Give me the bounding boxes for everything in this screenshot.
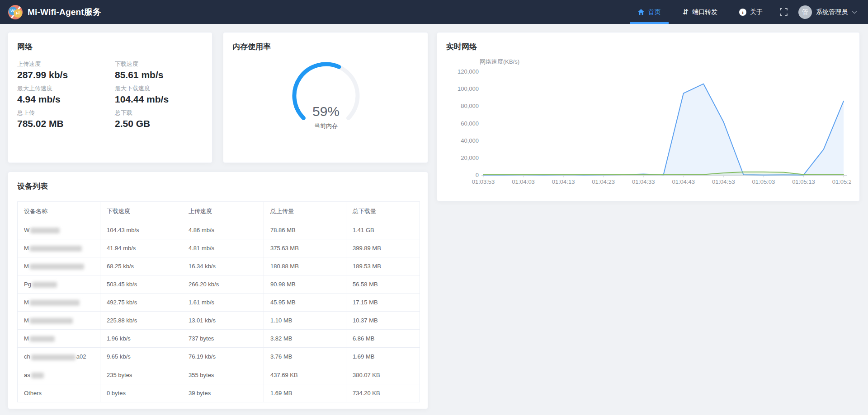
- download-speed-cell: 0 bytes: [100, 384, 182, 402]
- stat-total-upload: 总上传 785.02 MB: [17, 109, 115, 129]
- nav-item-port-forward[interactable]: ⇵ 端口转发: [675, 0, 725, 24]
- download-speed-cell: 9.65 kb/s: [100, 348, 182, 366]
- upload-speed-cell: 39 bytes: [182, 384, 264, 402]
- stat-max-upload-speed: 最大上传速度 4.94 mb/s: [17, 84, 115, 105]
- app-logo-icon: Wi Fi: [8, 5, 23, 19]
- memory-card: 内存使用率 59% 当前内存: [223, 32, 428, 163]
- user-menu[interactable]: 管 系统管理员: [794, 0, 857, 24]
- total-download-cell: 399.89 MB: [346, 239, 420, 257]
- total-upload-cell: 437.69 KB: [264, 366, 346, 384]
- y-tick-label: 80,000: [461, 103, 479, 109]
- nav-item-home[interactable]: 首页: [630, 0, 669, 24]
- redacted-name-blur: [32, 282, 57, 288]
- download-speed-cell: 104.43 mb/s: [100, 221, 182, 239]
- redacted-name-blur: [30, 300, 80, 306]
- device-table-header-row: 设备名称 下载速度 上传速度 总上传量 总下载量: [18, 202, 420, 221]
- navbar: Wi Fi Mi-Wifi-Agent服务 首页 ⇵ 端口转发 i 关于 管 系…: [0, 0, 868, 24]
- device-name-cell: M: [18, 294, 100, 312]
- device-name-cell: cha02: [18, 348, 100, 366]
- home-icon: [637, 9, 645, 16]
- table-row: M492.75 kb/s1.61 mb/s45.95 MB17.15 MB: [18, 294, 420, 312]
- total-download-cell: 380.07 KB: [346, 366, 420, 384]
- device-name-cell: M: [18, 239, 100, 257]
- total-upload-cell: 3.82 MB: [264, 330, 346, 348]
- x-tick-label: 01:03:53: [472, 178, 495, 185]
- realtime-card-title: 实时网络: [437, 33, 859, 52]
- redacted-name-blur: [31, 373, 44, 378]
- total-upload-cell: 90.98 MB: [264, 275, 346, 294]
- stat-total-download: 总下载 2.50 GB: [115, 109, 203, 129]
- nav-item-about[interactable]: i 关于: [731, 0, 770, 24]
- series-area-series-1-blue: [483, 84, 844, 175]
- fullscreen-icon: [780, 8, 788, 16]
- fullscreen-button[interactable]: [774, 0, 794, 24]
- upload-speed-cell: 16.34 kb/s: [182, 257, 264, 275]
- x-tick-label: 01:04:53: [712, 178, 735, 185]
- redacted-name-blur: [30, 318, 73, 324]
- user-name: 系统管理员: [816, 8, 848, 16]
- total-upload-cell: 1.10 MB: [264, 312, 346, 330]
- total-upload-cell: 375.63 MB: [264, 239, 346, 257]
- x-tick-label: 01:05:03: [752, 178, 775, 185]
- table-row: W104.43 mb/s4.86 mb/s78.86 MB1.41 GB: [18, 221, 420, 239]
- y-tick-label: 40,000: [461, 137, 479, 144]
- stat-max-download-speed: 最大下载速度 104.44 mb/s: [115, 84, 203, 105]
- upload-speed-cell: 76.19 kb/s: [182, 348, 264, 366]
- port-forward-icon: ⇵: [683, 9, 689, 16]
- x-tick-label: 01:05:23: [832, 178, 851, 185]
- download-speed-cell: 225.88 kb/s: [100, 312, 182, 330]
- upload-speed-cell: 355 bytes: [182, 366, 264, 384]
- table-row: Pg503.45 kb/s266.20 kb/s90.98 MB56.58 MB: [18, 275, 420, 294]
- total-download-cell: 17.15 MB: [346, 294, 420, 312]
- upload-speed-cell: 737 bytes: [182, 330, 264, 348]
- y-tick-label: 60,000: [461, 120, 479, 127]
- device-table: 设备名称 下载速度 上传速度 总上传量 总下载量 W104.43 mb/s4.8…: [17, 201, 420, 402]
- table-row: cha029.65 kb/s76.19 kb/s3.76 MB1.69 MB: [18, 348, 420, 366]
- table-row: M1.96 kb/s737 bytes3.82 MB6.86 MB: [18, 330, 420, 348]
- total-upload-cell: 45.95 MB: [264, 294, 346, 312]
- redacted-name-blur: [30, 264, 84, 270]
- redacted-name-blur: [30, 246, 82, 252]
- col-upload-speed: 上传速度: [182, 202, 264, 221]
- chevron-down-icon: [852, 10, 857, 14]
- device-name-cell: W: [18, 221, 100, 239]
- main-content: 网络 上传速度 287.99 kb/s 下载速度 85.61 mb/s 最大上传…: [0, 24, 868, 409]
- device-table-body: W104.43 mb/s4.86 mb/s78.86 MB1.41 GBM41.…: [18, 221, 420, 402]
- redacted-name-blur: [30, 336, 55, 342]
- col-download-speed: 下载速度: [100, 202, 182, 221]
- download-speed-cell: 1.96 kb/s: [100, 330, 182, 348]
- upload-speed-cell: 1.61 mb/s: [182, 294, 264, 312]
- col-total-download: 总下载量: [346, 202, 420, 221]
- y-tick-label: 0: [476, 172, 479, 178]
- total-download-cell: 1.41 GB: [346, 221, 420, 239]
- download-speed-cell: 41.94 mb/s: [100, 239, 182, 257]
- memory-caption: 当前内存: [285, 122, 367, 130]
- device-name-cell: M: [18, 312, 100, 330]
- total-download-cell: 189.53 MB: [346, 257, 420, 275]
- total-download-cell: 6.86 MB: [346, 330, 420, 348]
- stat-upload-speed: 上传速度 287.99 kb/s: [17, 60, 115, 80]
- network-card: 网络 上传速度 287.99 kb/s 下载速度 85.61 mb/s 最大上传…: [8, 32, 212, 163]
- download-speed-cell: 68.25 kb/s: [100, 257, 182, 275]
- total-download-cell: 1.69 MB: [346, 348, 420, 366]
- device-name-cell: M: [18, 257, 100, 275]
- device-list-title: 设备列表: [8, 172, 428, 191]
- table-row: Others0 bytes39 bytes1.69 MB734.20 KB: [18, 384, 420, 402]
- redacted-name-blur: [30, 228, 60, 233]
- brand: Wi Fi Mi-Wifi-Agent服务: [8, 0, 101, 24]
- x-tick-label: 01:04:33: [632, 178, 655, 185]
- nav-item-label: 首页: [648, 8, 661, 16]
- upload-speed-cell: 13.01 kb/s: [182, 312, 264, 330]
- x-tick-label: 01:04:43: [672, 178, 695, 185]
- upload-speed-cell: 4.86 mb/s: [182, 221, 264, 239]
- total-upload-cell: 180.88 MB: [264, 257, 346, 275]
- y-axis-name: 网络速度(KB/s): [480, 58, 519, 65]
- table-row: M41.94 mb/s4.81 mb/s375.63 MB399.89 MB: [18, 239, 420, 257]
- nav-item-label: 端口转发: [692, 8, 717, 16]
- avatar: 管: [798, 5, 812, 19]
- total-upload-cell: 3.76 MB: [264, 348, 346, 366]
- redacted-name-blur: [31, 354, 75, 360]
- memory-card-title: 内存使用率: [223, 33, 428, 52]
- device-name-cell: Others: [18, 384, 100, 402]
- total-upload-cell: 1.69 MB: [264, 384, 346, 402]
